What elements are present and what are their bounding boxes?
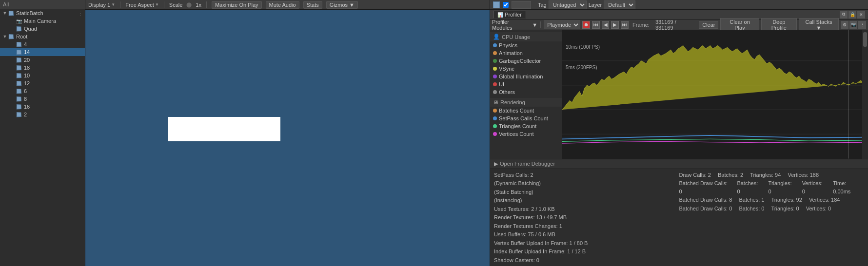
chevron-down-icon: ▼ [349, 2, 355, 8]
module-item-vertices[interactable]: Vertices Count [490, 130, 562, 138]
hierarchy-item[interactable]: ▼ StaticBatch ⋮ [0, 9, 85, 17]
frame-value: 331169 / 331169 [655, 19, 695, 31]
more-icon[interactable]: ⋮ [858, 21, 866, 29]
profiler-main: 👤 CPU Usage Physics Animation GarbageCol… [490, 30, 868, 159]
item-label: 12 [24, 80, 30, 86]
object-icon [8, 10, 15, 17]
stats-row-dyn-detail: Batched Draw Calls: 0 Batches: 0 Triangl… [679, 179, 865, 195]
stat-batched-draw: Batched Draw Calls: 8 [679, 196, 732, 204]
module-item-triangles[interactable]: Triangles Count [490, 122, 562, 130]
hierarchy-item[interactable]: 📷 Main Camera [0, 17, 85, 25]
modules-label: Profiler Modules [492, 19, 530, 31]
maximize-on-play-button[interactable]: Maximize On Play [212, 1, 262, 9]
hierarchy-item[interactable]: Quad [0, 25, 85, 33]
setpass-color-dot [493, 116, 497, 120]
chart-scroll-thumb[interactable] [863, 32, 867, 47]
modules-arrow[interactable]: ▼ [532, 22, 537, 28]
stats-row-dynamic: (Dynamic Batching) [494, 179, 679, 188]
display-dropdown[interactable]: Display 1 ▼ [88, 2, 115, 8]
record-button[interactable]: ⏺ [582, 21, 590, 29]
module-label: Batches Count [499, 108, 534, 114]
hierarchy-item[interactable]: 8 [0, 95, 85, 103]
hierarchy-header: All [0, 0, 85, 9]
module-list: 👤 CPU Usage Physics Animation GarbageCol… [490, 30, 562, 159]
module-label: Global Illumination [499, 74, 543, 79]
module-item-vsync[interactable]: VSync [490, 65, 562, 73]
clear-on-play-button[interactable]: Clear on Play [720, 18, 759, 32]
step-forward-button[interactable]: ▶ [611, 21, 619, 29]
deep-profile-button[interactable]: Deep Profile [761, 18, 797, 32]
module-item-gc[interactable]: GarbageCollector [490, 57, 562, 65]
stats-grid: SetPass Calls: 2 (Dynamic Batching) (Sta… [490, 169, 868, 266]
module-item-gi[interactable]: Global Illumination [490, 73, 562, 80]
stats-button[interactable]: Stats [303, 1, 322, 9]
stats-row-draw-calls: Draw Calls: 2 Batches: 2 Triangles: 94 V… [679, 171, 865, 179]
chart-scroll-track[interactable] [862, 30, 868, 159]
module-item-others[interactable]: Others [490, 88, 562, 96]
hierarchy-item[interactable]: 4 [0, 40, 85, 48]
profiler-tab-label: Profiler [505, 12, 522, 18]
screenshot-icon[interactable]: 📷 [849, 21, 857, 29]
close-icon[interactable]: ✕ [857, 11, 865, 19]
go-to-last-button[interactable]: ⏭ [621, 21, 629, 29]
hierarchy-item[interactable]: 20 [0, 56, 85, 64]
module-label: Triangles Count [499, 123, 536, 129]
stat-vertices: Vertices: 184 [809, 196, 840, 204]
tag-dropdown[interactable]: Untagged [549, 0, 587, 9]
chart-area[interactable]: 10ms (100FPS) 5ms (200FPS) [562, 30, 868, 159]
settings-icon[interactable]: ⚙ [841, 21, 848, 29]
clear-button[interactable]: Clear [699, 21, 718, 29]
layer-dropdown[interactable]: Default [604, 0, 635, 9]
stats-row-shadow: Shadow Casters: 0 [494, 256, 679, 265]
module-item-setpass[interactable]: SetPass Calls Count [490, 114, 562, 122]
module-item-ui[interactable]: UI [490, 80, 562, 88]
step-back-button[interactable]: ◀ [602, 21, 610, 29]
module-label: VSync [499, 66, 514, 72]
module-item-batches[interactable]: Batches Count [490, 107, 562, 114]
item-label: Quad [24, 26, 37, 32]
maximize-label: Maximize On Play [215, 2, 258, 8]
time-value: Time: 0.00ms [833, 179, 864, 195]
dyn-vertices: Vertices: 0 [802, 179, 826, 195]
scale-label: Scale [169, 2, 183, 8]
hierarchy-item[interactable]: 6 [0, 87, 85, 95]
module-item-animation[interactable]: Animation [490, 49, 562, 57]
fps-200-label: 5ms (200FPS) [564, 64, 598, 71]
module-label: UI [499, 81, 504, 87]
batches-color-dot [493, 109, 497, 113]
aspect-label: Free Aspect [125, 2, 154, 8]
lock-icon[interactable]: 🔒 [848, 11, 856, 19]
aspect-dropdown[interactable]: Free Aspect ▼ [125, 2, 159, 8]
hierarchy-item[interactable]: 18 [0, 64, 85, 72]
object-icon [16, 25, 22, 32]
hierarchy-item[interactable]: 14 [0, 48, 85, 56]
instancing-label: (Instancing) [494, 196, 522, 205]
stats-panel: ▶ Open Frame Debugger SetPass Calls: 2 (… [490, 159, 868, 266]
hierarchy-item[interactable]: 10 [0, 72, 85, 79]
active-toggle[interactable] [503, 2, 509, 8]
playmode-select[interactable]: Playmode [544, 20, 580, 29]
stats-header[interactable]: ▶ Open Frame Debugger [490, 159, 868, 169]
physics-color-dot [493, 43, 497, 47]
call-stacks-button[interactable]: Call Stacks ▼ [799, 18, 839, 32]
chevron-down-icon: ▼ [155, 2, 159, 7]
mute-audio-button[interactable]: Mute Audio [266, 1, 299, 9]
object-name-field[interactable]: 14 [512, 1, 531, 9]
dyn-batched-draw: Batched Draw Calls: 0 [679, 179, 730, 195]
item-menu-icon[interactable]: ⋮ [78, 11, 83, 16]
inst-triangles: Triangles: 0 [771, 205, 799, 213]
module-item-physics[interactable]: Physics [490, 41, 562, 49]
popout-icon[interactable]: ⧉ [840, 11, 848, 19]
rt-changes-value: Render Textures Changes: 1 [494, 222, 562, 230]
hierarchy-item[interactable]: 2 [0, 111, 85, 118]
go-to-first-button[interactable]: ⏮ [592, 21, 600, 29]
hierarchy-item[interactable]: 16 [0, 103, 85, 111]
triangles-color-dot [493, 124, 497, 128]
hierarchy-item[interactable]: ▼ Root [0, 33, 85, 40]
hierarchy-item[interactable]: 12 [0, 79, 85, 87]
object-icon [16, 64, 22, 71]
inst-batched-draw: Batched Draw Calls: 0 [679, 205, 732, 213]
gizmos-button[interactable]: Gizmos ▼ [326, 1, 358, 9]
object-icon [16, 49, 22, 56]
profiler-tab[interactable]: 📊 Profiler [493, 11, 526, 19]
